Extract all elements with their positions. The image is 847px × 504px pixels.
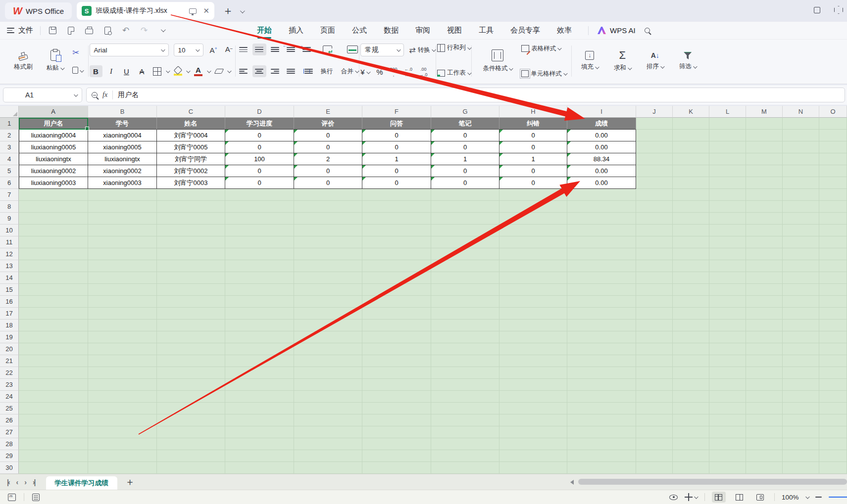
cell-B5[interactable]: xiaoning0002 (88, 165, 157, 177)
cell-D3[interactable]: 0 (225, 141, 294, 153)
cell-C11[interactable] (157, 236, 225, 248)
cell-K5[interactable] (673, 165, 709, 177)
row-header-2[interactable]: 2 (0, 130, 19, 141)
cell-O28[interactable] (819, 438, 847, 450)
multi-screen-icon[interactable] (189, 8, 197, 14)
cell-I1[interactable]: 成绩 (567, 118, 636, 130)
cell-L1[interactable] (709, 118, 746, 130)
cell-E7[interactable] (294, 189, 362, 201)
cell-I11[interactable] (567, 236, 636, 248)
row-header-26[interactable]: 26 (0, 414, 19, 426)
cell-D17[interactable] (225, 308, 294, 320)
cell-J20[interactable] (636, 343, 673, 355)
tab-list-chevron-icon[interactable] (240, 6, 244, 15)
wrap-text-button[interactable] (323, 46, 332, 53)
cell-I15[interactable] (567, 284, 636, 296)
cell-A23[interactable] (19, 379, 88, 391)
cell-B20[interactable] (88, 343, 157, 355)
global-menu-icon[interactable] (7, 28, 14, 33)
row-header-19[interactable]: 19 (0, 331, 19, 343)
cell-C17[interactable] (157, 308, 225, 320)
cell-D13[interactable] (225, 260, 294, 272)
cell-M7[interactable] (746, 189, 783, 201)
cell-O10[interactable] (819, 225, 847, 236)
cell-M12[interactable] (746, 248, 783, 260)
cell-J5[interactable] (636, 165, 673, 177)
row-header-30[interactable]: 30 (0, 462, 19, 474)
cell-H2[interactable]: 0 (499, 130, 567, 141)
cell-A29[interactable] (19, 450, 88, 462)
decrease-indent-button[interactable]: ← (284, 44, 298, 55)
cell-K28[interactable] (673, 438, 709, 450)
cell-G5[interactable]: 0 (431, 165, 499, 177)
cell-G14[interactable] (431, 272, 499, 284)
cell-K20[interactable] (673, 343, 709, 355)
cell-J4[interactable] (636, 153, 673, 165)
cell-G23[interactable] (431, 379, 499, 391)
cell-O17[interactable] (819, 308, 847, 320)
cell-B30[interactable] (88, 462, 157, 474)
cell-M14[interactable] (746, 272, 783, 284)
cell-D4[interactable]: 100 (225, 153, 294, 165)
cell-M1[interactable] (746, 118, 783, 130)
cell-J12[interactable] (636, 248, 673, 260)
cell-J21[interactable] (636, 355, 673, 367)
cell-C10[interactable] (157, 225, 225, 236)
cell-L19[interactable] (709, 331, 746, 343)
cell-B12[interactable] (88, 248, 157, 260)
clear-format-button[interactable] (212, 65, 225, 77)
cell-style-button[interactable]: 单元格样式 (521, 70, 566, 78)
table-style-button[interactable]: 表格样式 (521, 45, 561, 53)
cell-H30[interactable] (499, 462, 567, 474)
menu-tab[interactable]: 视图 (439, 22, 470, 39)
cell-A24[interactable] (19, 391, 88, 403)
cell-K10[interactable] (673, 225, 709, 236)
menu-tab[interactable]: 审阅 (407, 22, 439, 39)
row-header-10[interactable]: 10 (0, 225, 19, 236)
cell-D23[interactable] (225, 379, 294, 391)
cell-L8[interactable] (709, 201, 746, 213)
cell-I24[interactable] (567, 391, 636, 403)
cell-F28[interactable] (362, 438, 431, 450)
cell-O18[interactable] (819, 320, 847, 331)
cell-G24[interactable] (431, 391, 499, 403)
new-tab-button[interactable]: ＋ (222, 3, 233, 18)
cell-G4[interactable]: 1 (431, 153, 499, 165)
cell-L6[interactable] (709, 177, 746, 189)
cell-A1[interactable]: 用户名 (19, 118, 88, 130)
cell-N9[interactable] (783, 213, 819, 225)
sheet-tab-active[interactable]: 学生课件学习成绩 (46, 476, 117, 490)
copy-button[interactable] (72, 67, 83, 74)
cell-M25[interactable] (746, 403, 783, 414)
cell-A2[interactable]: liuxiaoning0004 (19, 130, 88, 141)
cell-O6[interactable] (819, 177, 847, 189)
cell-F15[interactable] (362, 284, 431, 296)
cell-N17[interactable] (783, 308, 819, 320)
cell-H5[interactable]: 0 (499, 165, 567, 177)
thousands-separator-button[interactable]: 000, (390, 67, 398, 77)
cell-L14[interactable] (709, 272, 746, 284)
font-size-select[interactable]: 10 (174, 44, 203, 56)
currency-format-button[interactable]: ¥ (360, 68, 369, 76)
row-header-28[interactable]: 28 (0, 438, 19, 450)
rows-columns-button[interactable]: 行和列 (437, 44, 470, 52)
cell-M8[interactable] (746, 201, 783, 213)
filter-button[interactable]: 筛选 (675, 43, 700, 80)
print-icon[interactable] (84, 26, 94, 36)
cell-O14[interactable] (819, 272, 847, 284)
cell-I27[interactable] (567, 426, 636, 438)
cell-H21[interactable] (499, 355, 567, 367)
cell-G10[interactable] (431, 225, 499, 236)
cell-I30[interactable] (567, 462, 636, 474)
cell-C14[interactable] (157, 272, 225, 284)
cell-L20[interactable] (709, 343, 746, 355)
cell-J10[interactable] (636, 225, 673, 236)
cell-I18[interactable] (567, 320, 636, 331)
cell-J30[interactable] (636, 462, 673, 474)
cell-A25[interactable] (19, 403, 88, 414)
cell-E24[interactable] (294, 391, 362, 403)
cell-F18[interactable] (362, 320, 431, 331)
cell-N21[interactable] (783, 355, 819, 367)
cell-B19[interactable] (88, 331, 157, 343)
zoom-slider[interactable] (829, 497, 847, 498)
